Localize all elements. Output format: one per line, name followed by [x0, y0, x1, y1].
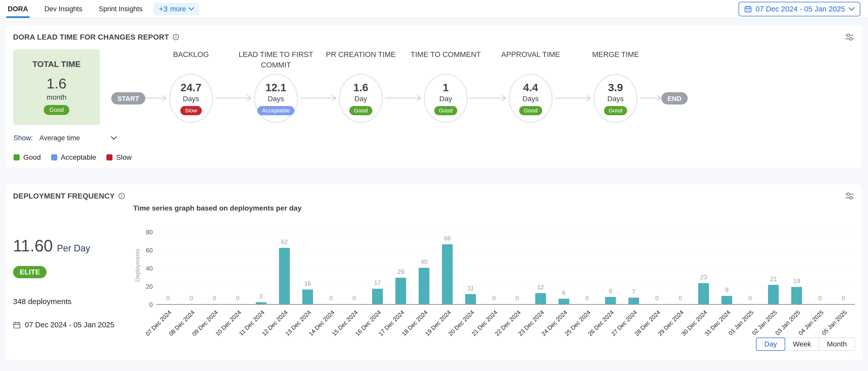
deployment-bar: [302, 290, 313, 304]
flow-arrow: [145, 95, 167, 101]
info-icon[interactable]: [118, 193, 125, 199]
show-label: Show:: [13, 134, 33, 142]
bar-group: 2330 Dec 2024: [692, 226, 715, 305]
flow-arrow: [215, 95, 252, 101]
stage-name: TIME TO COMMENT: [407, 49, 484, 74]
bar-value-label: 0: [842, 295, 845, 302]
deployment-bar: [465, 294, 476, 304]
bar-value-label: 0: [492, 295, 496, 302]
bar-value-label: 0: [655, 295, 658, 302]
bar-group: 1120 Dec 2024: [459, 226, 482, 305]
flow-stage: MERGE TIME3.9DaysGood: [591, 49, 640, 125]
total-time-unit: month: [46, 93, 66, 101]
bar-group: 014 Dec 2024: [319, 226, 342, 305]
granularity-month-button[interactable]: Month: [819, 338, 855, 351]
bar-value-label: 0: [818, 295, 822, 302]
date-range-picker[interactable]: 07 Dec 2024 - 05 Jan 2025: [739, 2, 860, 16]
bar-value-label: 9: [725, 286, 728, 294]
legend-label: Slow: [116, 153, 132, 162]
bar-group: 6619 Dec 2024: [436, 226, 459, 305]
stage-value: 12.1: [266, 81, 286, 94]
stage-unit: Days: [608, 95, 624, 103]
more-tabs-button[interactable]: +3 more: [154, 3, 199, 15]
show-metric-value: Average time: [39, 134, 80, 142]
bar-group: 022 Dec 2024: [506, 226, 529, 305]
granularity-week-button[interactable]: Week: [785, 338, 819, 351]
flow-arrow: [385, 95, 422, 101]
bar-group: 015 Dec 2024: [343, 226, 366, 305]
top-navigation-bar: DORA Dev Insights Sprint Insights +3 mor…: [0, 0, 868, 19]
tab-sprint-insights[interactable]: Sprint Insights: [99, 0, 143, 18]
show-metric-dropdown[interactable]: Average time: [39, 134, 117, 142]
total-time-status-badge: Good: [44, 105, 69, 115]
stage-status-badge: Good: [604, 106, 627, 115]
bar-value-label: 0: [516, 295, 519, 302]
bar-group: 624 Dec 2024: [552, 226, 576, 305]
bar-group: 025 Dec 2024: [576, 226, 599, 305]
deployment-bar: [418, 268, 429, 304]
stage-value: 1.6: [353, 81, 368, 94]
bar-group: 021 Dec 2024: [482, 226, 506, 305]
gridline: [156, 250, 855, 251]
stage-unit: Days: [183, 95, 199, 103]
total-time-label: TOTAL TIME: [32, 60, 81, 69]
legend-swatch: [51, 154, 57, 161]
deployment-bar: [442, 244, 453, 304]
bar-group: 211 Dec 2024: [249, 226, 273, 305]
stage-value: 1: [443, 81, 448, 94]
y-tick-label: 20: [146, 283, 153, 290]
lead-time-report-card: DORA LEAD TIME FOR CHANGES REPORT TOTAL …: [5, 25, 863, 168]
bar-value-label: 12: [537, 283, 544, 291]
total-time-summary: TOTAL TIME 1.6 month Good: [13, 49, 100, 125]
deployment-bar: [791, 287, 802, 304]
bar-value-label: 17: [374, 279, 381, 286]
stage-value: 4.4: [523, 81, 538, 94]
flow-arrow: [300, 95, 337, 101]
stage-circle: 12.1DaysAcceptable: [254, 74, 298, 123]
deployment-bar: [698, 283, 709, 304]
deployment-bar: [372, 289, 383, 304]
stage-status-badge: Good: [434, 106, 457, 115]
bar-group: 4018 Dec 2024: [412, 226, 436, 305]
tab-dora[interactable]: DORA: [8, 0, 28, 18]
stage-name: BACKLOG: [153, 49, 229, 74]
flow-arrow: [470, 95, 506, 101]
legend-swatch: [106, 154, 113, 161]
tab-dev-insights[interactable]: Dev Insights: [44, 0, 83, 18]
bar-group: 1903 Jan 2025: [785, 226, 808, 305]
bar-group: 001 Jan 2025: [739, 226, 762, 305]
bar-value-label: 62: [281, 238, 288, 245]
y-axis-ticks: 020406080: [142, 226, 156, 305]
bar-value-label: 40: [421, 258, 428, 266]
bar-value-label: 0: [352, 295, 356, 302]
bar-group: 007 Dec 2024: [156, 226, 180, 305]
deployment-bar: [721, 296, 732, 304]
stage-circle: 3.9DaysGood: [594, 74, 638, 123]
bar-group: 6212 Dec 2024: [273, 226, 296, 305]
flow-stage: TIME TO COMMENT1DayGood: [422, 49, 470, 125]
bar-group: 029 Dec 2024: [669, 226, 692, 305]
stage-status-badge: Acceptable: [257, 106, 294, 115]
chart-plot-area: 007 Dec 2024008 Dec 2024009 Dec 2024010 …: [156, 226, 855, 305]
filter-settings-icon[interactable]: [845, 32, 855, 42]
filter-settings-icon[interactable]: [845, 191, 855, 201]
bar-value-label: 2: [259, 293, 262, 300]
stage-status-badge: Slow: [180, 106, 202, 115]
gridline: [156, 268, 855, 269]
stage-name: MERGE TIME: [577, 49, 654, 74]
deployment-bar: [605, 297, 616, 304]
status-legend: GoodAcceptableSlow: [5, 142, 863, 162]
lead-time-card-title: DORA LEAD TIME FOR CHANGES REPORT: [13, 33, 179, 41]
bar-value-label: 0: [236, 295, 239, 302]
bar-value-label: 0: [213, 295, 216, 302]
deployment-bar: [628, 298, 639, 304]
granularity-day-button[interactable]: Day: [756, 338, 785, 351]
deployment-bar: [768, 285, 779, 304]
info-icon[interactable]: [173, 34, 179, 40]
legend-label: Good: [23, 153, 41, 162]
flow-arrow: [640, 95, 661, 101]
deployment-frequency-card: DEPLOYMENT FREQUENCY 11.60 Per Day: [5, 184, 863, 361]
granularity-toggle: DayWeekMonth: [756, 338, 855, 351]
more-tabs-count: +3: [159, 5, 167, 13]
lead-time-title-text: DORA LEAD TIME FOR CHANGES REPORT: [13, 33, 169, 41]
